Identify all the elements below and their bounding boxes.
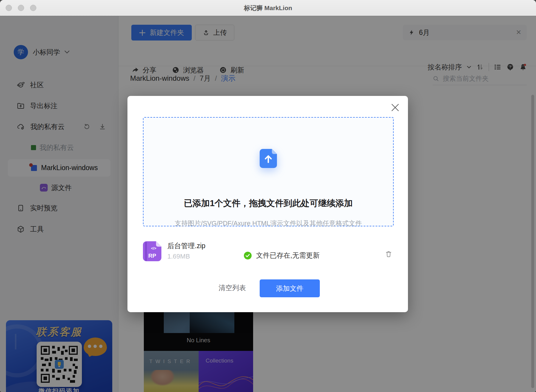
dialog-close-button[interactable] <box>390 102 400 113</box>
titlebar: 标记狮 MarkLion <box>0 0 536 16</box>
remove-file-button[interactable] <box>385 250 392 259</box>
uploaded-file-row: </> RP 后台管理.zip 1.69MB 文件已存在,无需更新 <box>143 241 392 262</box>
dropzone-title: 已添加1个文件，拖拽文件到此处可继续添加 <box>144 197 393 209</box>
file-dropzone[interactable]: 已添加1个文件，拖拽文件到此处可继续添加 支持图片/SVG/PDF/Axure … <box>143 117 394 226</box>
upload-dialog: 已添加1个文件，拖拽文件到此处可继续添加 支持图片/SVG/PDF/Axure … <box>127 96 408 312</box>
check-circle-icon <box>244 251 252 260</box>
file-size: 1.69MB <box>167 253 190 260</box>
close-icon <box>391 103 400 112</box>
dropzone-subtitle: 支持图片/SVG/PDF/Axure HTML演示文件以及其他任意格式文件 <box>144 219 393 228</box>
add-files-button[interactable]: 添加文件 <box>260 279 320 297</box>
file-name: 后台管理.zip <box>167 241 205 251</box>
file-status-text: 文件已存在,无需更新 <box>256 251 320 260</box>
svg-text:</>: </> <box>151 246 156 251</box>
clear-list-button[interactable]: 清空列表 <box>217 283 248 293</box>
window-title: 标记狮 MarkLion <box>0 0 536 16</box>
dialog-actions: 清空列表 添加文件 <box>127 279 408 297</box>
trash-icon <box>385 250 392 258</box>
file-status: 文件已存在,无需更新 <box>244 251 320 260</box>
svg-text:RP: RP <box>148 253 156 259</box>
rp-file-icon: </> RP <box>143 241 161 262</box>
app-window: 标记狮 MarkLion 学 小标同学 社区 导出标注 我的私有云 我的私有云 <box>0 0 536 392</box>
upload-file-icon <box>260 149 277 169</box>
